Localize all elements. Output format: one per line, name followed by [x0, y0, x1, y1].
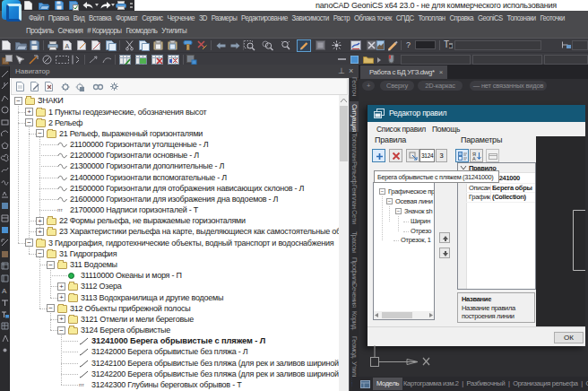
svg-text:A: A: [65, 43, 70, 49]
svg-text:A: A: [2, 287, 7, 295]
svg-text:А: А: [472, 156, 476, 161]
